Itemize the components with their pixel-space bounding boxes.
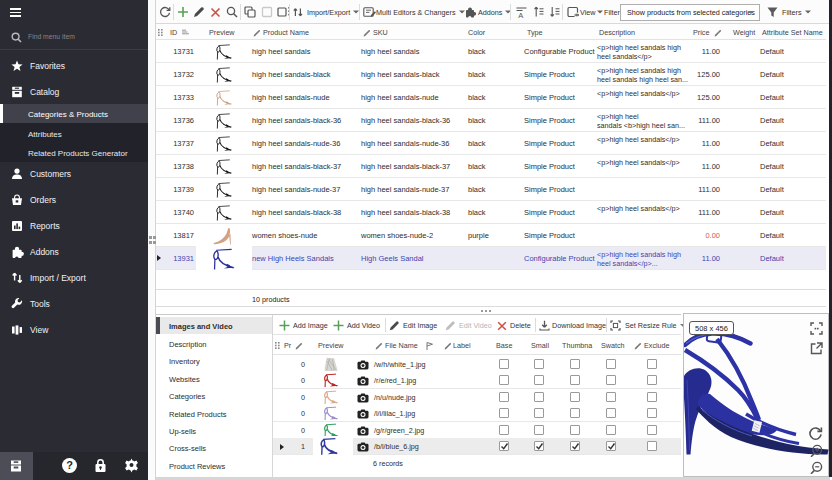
svg-text:A: A — [518, 11, 523, 18]
